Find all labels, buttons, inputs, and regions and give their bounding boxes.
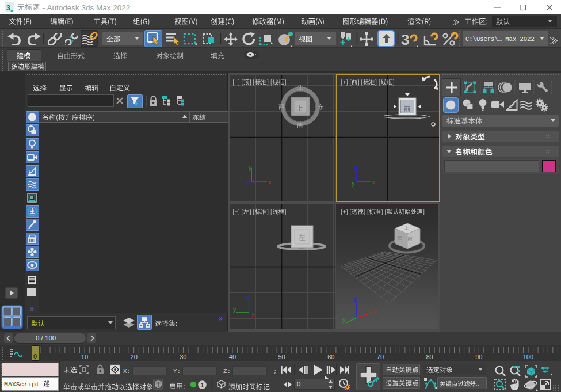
svg-text:z: z	[246, 180, 250, 187]
svg-text:y: y	[342, 316, 346, 323]
svg-text:1: 1	[201, 382, 204, 389]
svg-text:z: z	[354, 164, 357, 171]
svg-text:z: z	[354, 296, 357, 303]
svg-text:x: x	[373, 308, 377, 315]
svg-text:y: y	[233, 306, 236, 313]
svg-text:z: z	[246, 295, 250, 302]
svg-text:y: y	[249, 164, 252, 171]
svg-text:3: 3	[401, 31, 409, 47]
svg-text:x: x	[251, 311, 255, 318]
svg-text:x: x	[268, 178, 272, 185]
svg-text:y: y	[352, 180, 355, 187]
svg-text:3: 3	[6, 3, 10, 12]
svg-text:x: x	[372, 178, 375, 185]
